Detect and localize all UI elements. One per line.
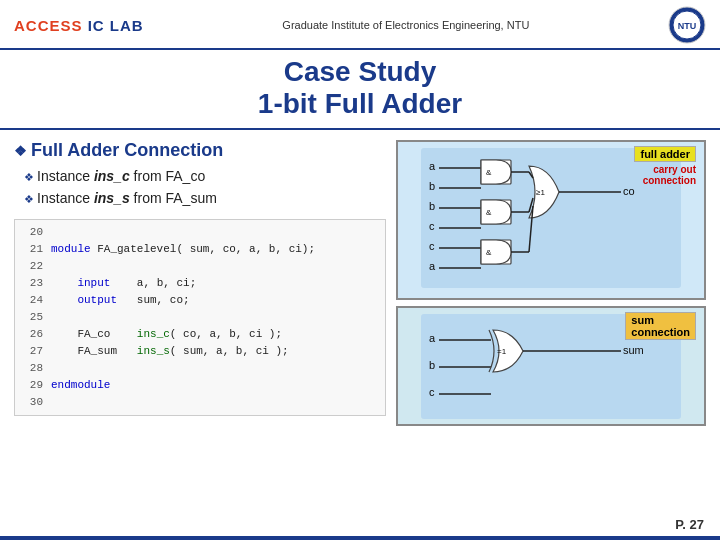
content: Full Adder Connection Instance ins_c fro… <box>0 130 720 438</box>
code-line-22: 22 <box>21 258 379 275</box>
institute-text: Graduate Institute of Electronics Engine… <box>144 19 668 31</box>
code-line-28: 28 <box>21 360 379 377</box>
logo-accent: ACCESS <box>14 17 83 34</box>
svg-text:c: c <box>429 386 435 398</box>
ins-c-label: ins_c <box>94 168 130 184</box>
code-line-30: 30 <box>21 394 379 411</box>
carry-out-label: carry outconnection <box>643 164 696 186</box>
svg-text:a: a <box>429 332 436 344</box>
code-line-20: 20 <box>21 224 379 241</box>
svg-text:&: & <box>486 208 492 217</box>
title-area: Case Study 1-bit Full Adder <box>0 50 720 130</box>
code-line-25: 25 <box>21 309 379 326</box>
code-line-26: 26 FA_co ins_c( co, a, b, ci ); <box>21 326 379 343</box>
svg-text:b: b <box>429 359 435 371</box>
bullet-1: Instance ins_c from FA_co <box>24 167 386 187</box>
ntu-logo-icon: NTU <box>668 6 706 44</box>
main-title: Case Study 1-bit Full Adder <box>0 56 720 120</box>
svg-text:c: c <box>429 220 435 232</box>
bottom-bar <box>0 536 720 540</box>
left-panel: Full Adder Connection Instance ins_c fro… <box>14 140 386 432</box>
code-line-29: 29 endmodule <box>21 377 379 394</box>
svg-text:=1: =1 <box>497 347 507 356</box>
svg-text:a: a <box>429 260 436 272</box>
code-line-23: 23 input a, b, ci; <box>21 275 379 292</box>
svg-text:b: b <box>429 180 435 192</box>
svg-text:&: & <box>486 248 492 257</box>
svg-text:b: b <box>429 200 435 212</box>
svg-text:co: co <box>623 185 635 197</box>
full-adder-label: full adder <box>634 146 696 162</box>
carry-diagram-box: full adder carry outconnection a b b c c… <box>396 140 706 300</box>
code-line-27: 27 FA_sum ins_s( sum, a, b, ci ); <box>21 343 379 360</box>
right-panel: full adder carry outconnection a b b c c… <box>396 140 706 432</box>
code-block: 20 21 module FA_gatelevel( sum, co, a, b… <box>14 219 386 417</box>
code-line-21: 21 module FA_gatelevel( sum, co, a, b, c… <box>21 241 379 258</box>
svg-text:c: c <box>429 240 435 252</box>
sum-connection-label: sumconnection <box>625 312 696 340</box>
sum-diagram-box: sumconnection a b c =1 <box>396 306 706 426</box>
svg-text:NTU: NTU <box>678 21 697 31</box>
header: ACCESS IC LAB Graduate Institute of Elec… <box>0 0 720 50</box>
title-line1: Case Study <box>284 56 437 87</box>
svg-text:&: & <box>486 168 492 177</box>
page-number: P. 27 <box>675 517 704 532</box>
bullet-2: Instance ins_s from FA_sum <box>24 189 386 209</box>
svg-text:sum: sum <box>623 344 644 356</box>
svg-text:a: a <box>429 160 436 172</box>
code-line-24: 24 output sum, co; <box>21 292 379 309</box>
logo: ACCESS IC LAB <box>14 17 144 34</box>
title-line2: 1-bit Full Adder <box>258 88 462 119</box>
section-title: Full Adder Connection <box>14 140 386 161</box>
ins-s-label: ins_s <box>94 190 130 206</box>
svg-text:≥1: ≥1 <box>536 188 545 197</box>
